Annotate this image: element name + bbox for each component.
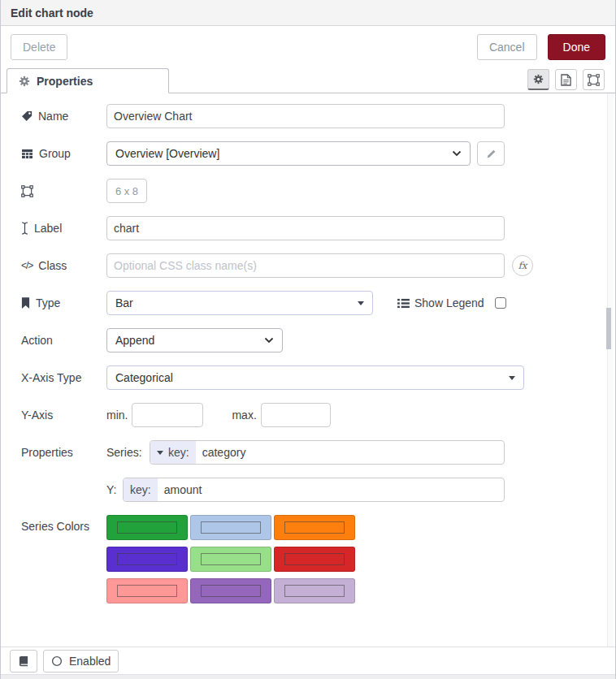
chevron-down-icon [452,150,462,157]
dialog-titlebar: Edit chart node [1,0,615,26]
swatch-inner-rect [284,521,345,534]
x-axis-type-dropdown[interactable]: Categorical [106,365,524,390]
type-label-group: Type [21,296,106,309]
series-key-value[interactable]: category [196,441,253,464]
y-axis-label: Y-Axis [21,409,53,422]
name-label: Name [38,110,68,123]
pencil-icon [486,149,497,159]
caret-down-icon [509,376,515,380]
y-key-prefix-chip[interactable]: key: [124,478,158,501]
series-color-swatch[interactable] [274,547,355,572]
tag-icon [21,110,33,122]
y-axis-max-label: max. [232,409,256,422]
circle-icon [51,655,63,667]
y-axis-row: Y-Axis min. max. [21,403,595,427]
tab-bar: Properties [1,67,615,93]
type-row: Type Bar Show Legend [21,291,595,315]
dialog-footer: Enabled [1,647,615,674]
properties-label: Properties [21,446,73,459]
class-label: Class [38,259,67,272]
fx-expression-button[interactable]: fx [512,255,533,276]
enabled-label: Enabled [69,655,111,668]
table-icon [21,149,33,159]
size-button[interactable]: 6 x 8 [106,179,147,203]
x-axis-type-label: X-Axis Type [21,371,81,384]
name-row: Name [21,104,595,128]
dialog-button-row: Delete Cancel Done [1,26,615,67]
class-row: </> Class fx [21,253,595,278]
series-color-swatch[interactable] [274,515,355,540]
code-icon: </> [21,260,33,271]
series-color-swatch[interactable] [106,578,188,603]
group-select-value: Overview [Overview] [115,147,452,160]
y-property-label: Y: [106,483,123,496]
y-axis-min-label: min. [106,409,128,422]
series-color-swatch[interactable] [190,547,271,572]
name-input[interactable] [106,104,505,128]
series-color-swatch[interactable] [190,515,271,540]
edit-group-button[interactable] [477,141,505,166]
book-icon [18,655,29,667]
dialog-bottom-strip [1,674,615,679]
group-label-group: Group [21,147,106,160]
action-select[interactable]: Append [106,328,283,352]
series-colors-row: Series Colors [21,515,595,603]
show-legend-checkbox[interactable] [495,297,506,309]
type-label: Type [36,296,60,309]
name-label-group: Name [21,110,106,123]
label-label-group: Label [21,222,106,235]
gear-icon [533,74,544,84]
tab-properties[interactable]: Properties [7,68,169,93]
series-colors-label-group: Series Colors [21,520,106,533]
node-enabled-toggle[interactable]: Enabled [43,650,119,673]
size-label-group [21,185,106,197]
chart-type-dropdown[interactable]: Bar [106,291,373,315]
cancel-button[interactable]: Cancel [477,34,537,60]
show-legend-group: Show Legend [397,296,506,309]
x-axis-type-value: Categorical [115,371,509,384]
action-select-value: Append [115,334,264,347]
group-label: Group [39,147,71,160]
swatch-inner-rect [284,553,345,565]
y-axis-max-input[interactable] [261,403,331,427]
node-help-button[interactable] [10,650,37,673]
series-colors-label: Series Colors [21,520,89,533]
node-properties-button[interactable] [527,69,549,90]
y-key-value[interactable]: amount [158,478,209,501]
size-row: 6 x 8 [21,179,595,203]
y-property-row: Y: key: amount [21,478,595,502]
edit-chart-node-dialog: Edit chart node Delete Cancel Done Prope… [0,0,616,679]
x-axis-type-label-group: X-Axis Type [21,371,106,384]
node-appearance-button[interactable] [583,69,605,90]
gear-icon [19,76,30,87]
properties-form: Name Group Overview [Overview] [1,93,615,647]
node-description-button[interactable] [555,69,577,90]
done-button[interactable]: Done [548,34,605,60]
label-input[interactable] [106,216,505,240]
y-axis-min-input[interactable] [132,403,203,427]
swatch-inner-rect [201,521,261,534]
object-group-icon [21,185,33,197]
series-color-swatch[interactable] [190,578,271,603]
series-color-swatch[interactable] [274,578,355,603]
swatch-inner-rect [201,553,261,565]
series-property-row: Properties Series: key: category [21,440,595,465]
group-select[interactable]: Overview [Overview] [106,141,471,166]
object-group-icon [588,74,600,86]
document-icon [561,74,571,86]
form-scrollbar-thumb[interactable] [606,308,611,349]
form-scrollbar-track[interactable] [607,93,614,647]
series-color-swatch[interactable] [106,515,188,540]
show-legend-label: Show Legend [414,296,484,309]
series-color-swatch[interactable] [106,547,188,572]
class-label-group: </> Class [21,259,106,272]
class-input[interactable] [106,253,505,278]
text-cursor-icon [21,222,28,235]
y-typed-input: key: amount [123,478,505,502]
swatch-inner-rect [117,553,177,565]
delete-button[interactable]: Delete [11,34,67,60]
y-key-prefix: key: [130,483,151,496]
series-type-button[interactable]: key: [150,441,196,464]
label-label: Label [34,222,62,235]
caret-down-icon [157,451,163,455]
